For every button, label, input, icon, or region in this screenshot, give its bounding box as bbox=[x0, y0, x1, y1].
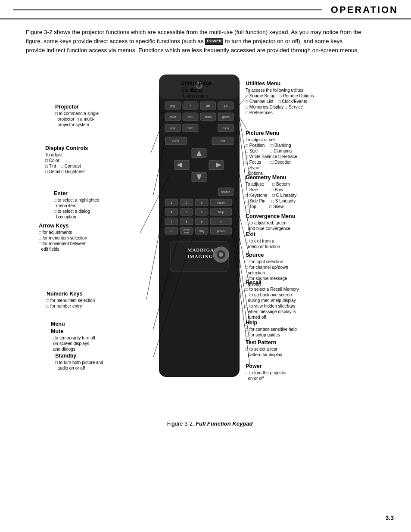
svg-rect-20 bbox=[165, 124, 181, 132]
svg-text:#: # bbox=[220, 220, 222, 223]
svg-text:8: 8 bbox=[186, 220, 187, 223]
svg-line-83 bbox=[151, 115, 165, 153]
svg-line-85 bbox=[140, 165, 174, 233]
convergence-menu-label: Convergence Menu □ to adjust red, green … bbox=[246, 213, 295, 231]
svg-text:1: 1 bbox=[171, 201, 172, 204]
svg-rect-58 bbox=[180, 218, 193, 225]
numeric-keys-label: Numeric Keys □ for menu item selection□ … bbox=[47, 290, 95, 309]
exit-label: Exit □ to exit from a menu or function bbox=[246, 231, 280, 249]
status-page-title: Status Page bbox=[181, 80, 212, 87]
svg-text:source: source bbox=[221, 190, 230, 193]
svg-rect-52 bbox=[195, 208, 208, 215]
utilities-menu-desc: To access the following utilites:□ Sourc… bbox=[246, 87, 314, 115]
svg-text:MADRIGAL: MADRIGAL bbox=[187, 247, 218, 252]
svg-rect-4 bbox=[165, 102, 181, 109]
svg-text:conv: conv bbox=[223, 127, 229, 130]
standby-label: Standby □ to turn both picture and audio… bbox=[55, 352, 103, 371]
convergence-menu-desc: □ to adjust red, green and blue converge… bbox=[246, 220, 295, 231]
svg-point-76 bbox=[213, 247, 229, 262]
projector-desc: □ to command a single projector in a mul… bbox=[55, 111, 99, 128]
svg-marker-31 bbox=[196, 150, 202, 156]
projector-label: Projector □ to command a single projecto… bbox=[55, 103, 99, 128]
svg-rect-44 bbox=[195, 199, 208, 206]
svg-line-86 bbox=[146, 203, 165, 299]
svg-text:detail: detail bbox=[205, 115, 212, 118]
svg-rect-40 bbox=[165, 199, 178, 206]
svg-rect-22 bbox=[183, 124, 198, 132]
projector-title: Projector bbox=[55, 103, 99, 111]
svg-rect-24 bbox=[218, 124, 234, 132]
recall-label: Recall □ to select a Recall Memory□ to g… bbox=[246, 279, 299, 320]
svg-rect-0 bbox=[159, 75, 239, 376]
enter-desc: □ to select a highlighted menu item□ to … bbox=[54, 197, 100, 220]
svg-text:*: * bbox=[190, 104, 191, 108]
svg-marker-35 bbox=[216, 162, 221, 168]
arrow-keys-title: Arrow Keys bbox=[39, 222, 87, 230]
geometry-menu-label: Geometry Menu To adjust: □ Bottom□ Size … bbox=[246, 174, 296, 209]
display-controls-label: Display Controls To adjust:□ Color□ Tint… bbox=[45, 145, 88, 174]
svg-text:exit: exit bbox=[221, 140, 225, 143]
svg-text:IMAGING: IMAGING bbox=[187, 254, 213, 259]
test-pattern-desc: □ to select a test pattern for display bbox=[246, 346, 282, 358]
svg-text:enter: enter bbox=[172, 140, 180, 143]
svg-rect-18 bbox=[218, 113, 234, 121]
utilities-menu-label: Utilities Menu To access the following u… bbox=[246, 80, 314, 115]
svg-text:brite: brite bbox=[187, 127, 193, 130]
figure-container: proj * util pic color tint detail geom c… bbox=[26, 63, 394, 427]
svg-marker-37 bbox=[196, 174, 202, 180]
svg-text:3: 3 bbox=[201, 201, 202, 204]
status-page-desc: □ to display status pages bbox=[181, 87, 212, 99]
exit-desc: □ to exit from a menu or function bbox=[246, 238, 280, 249]
svg-text:7: 7 bbox=[171, 220, 172, 223]
svg-text:help: help bbox=[218, 211, 224, 214]
help-label: Help □ for context sensitive help□ for s… bbox=[246, 319, 297, 338]
page-number: 3.3 bbox=[386, 514, 394, 521]
menu-mute-label: MenuMute □ to temporarily turn off on-sc… bbox=[51, 320, 95, 352]
header-rule bbox=[13, 9, 322, 10]
figure-caption: Figure 3-2. Full Function Keypad bbox=[26, 420, 394, 427]
svg-rect-60 bbox=[195, 218, 208, 225]
svg-text:4: 4 bbox=[171, 211, 172, 214]
page-content: Figure 3-2 shows the projector functions… bbox=[0, 19, 411, 436]
test-pattern-title: Test Pattern bbox=[246, 339, 282, 346]
svg-rect-62 bbox=[210, 218, 232, 225]
diagram-area: proj * util pic color tint detail geom c… bbox=[26, 63, 396, 416]
svg-rect-10 bbox=[218, 102, 234, 109]
svg-text:power: power bbox=[217, 230, 225, 233]
svg-rect-71 bbox=[210, 227, 232, 234]
svg-rect-16 bbox=[200, 113, 216, 121]
power-desc: □ to turn the projector on or off bbox=[246, 370, 287, 381]
svg-text:mute: mute bbox=[184, 231, 189, 234]
svg-rect-32 bbox=[174, 160, 189, 170]
svg-rect-12 bbox=[165, 113, 181, 121]
test-pattern-label: Test Pattern □ to select a test pattern … bbox=[246, 339, 282, 358]
svg-text:tint: tint bbox=[188, 115, 192, 118]
svg-rect-34 bbox=[209, 160, 224, 170]
svg-rect-28 bbox=[212, 137, 234, 145]
svg-text:5: 5 bbox=[186, 211, 187, 214]
numeric-keys-desc: □ for menu item selection□ for number en… bbox=[47, 298, 95, 309]
chapter-title: OPERATION bbox=[331, 4, 398, 16]
svg-line-84 bbox=[153, 141, 165, 196]
svg-text:pic: pic bbox=[224, 104, 228, 108]
arrow-keys-label: Arrow Keys □ for adjustments□ for menu i… bbox=[39, 222, 87, 252]
menu-mute-title: MenuMute bbox=[51, 320, 95, 335]
geometry-menu-desc: To adjust: □ Bottom□ Size □ Bow□ Keyston… bbox=[246, 181, 296, 209]
svg-rect-73 bbox=[170, 242, 228, 272]
picture-menu-title: Picture Menu bbox=[246, 130, 297, 137]
convergence-menu-title: Convergence Menu bbox=[246, 213, 295, 220]
source-title: Source bbox=[246, 252, 288, 259]
svg-rect-38 bbox=[218, 188, 234, 196]
svg-line-88 bbox=[153, 231, 195, 358]
numeric-keys-title: Numeric Keys bbox=[47, 290, 95, 298]
recall-desc: □ to select a Recall Memory□ to go back … bbox=[246, 286, 299, 320]
svg-rect-30 bbox=[192, 148, 206, 158]
enter-label: Enter □ to select a highlighted menu ite… bbox=[54, 190, 100, 220]
svg-rect-64 bbox=[165, 227, 178, 234]
svg-point-77 bbox=[217, 250, 225, 259]
power-label: Power □ to turn the projector on or off bbox=[246, 363, 287, 381]
arrow-keys-desc: □ for adjustments□ for menu item selecti… bbox=[39, 230, 87, 252]
menu-mute-desc: □ to temporarily turn off on-screen disp… bbox=[51, 335, 95, 352]
svg-rect-36 bbox=[192, 172, 206, 182]
svg-rect-46 bbox=[210, 199, 232, 206]
